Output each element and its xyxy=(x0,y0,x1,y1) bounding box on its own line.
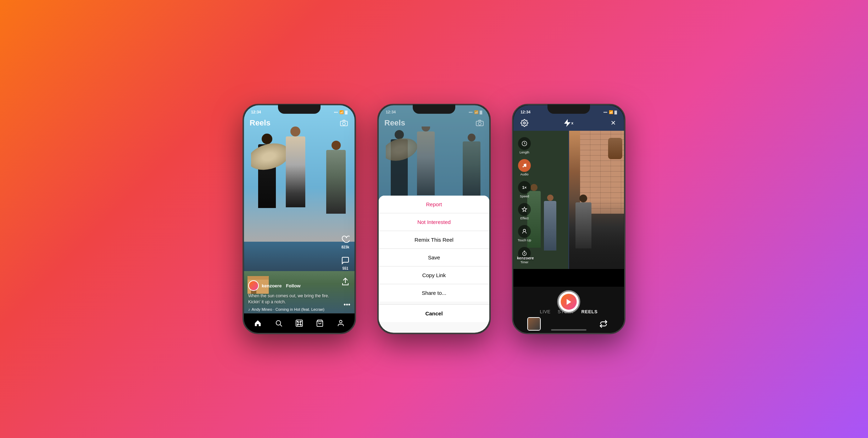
svg-point-19 xyxy=(525,166,527,167)
share-action[interactable] xyxy=(340,277,350,287)
camera-bottom: LIVE STORY REELS xyxy=(513,287,624,333)
status-icons-3: ▪▪▪ 📶 ▓ xyxy=(603,110,617,114)
sheet-not-interested[interactable]: Not Interested xyxy=(379,213,489,231)
shutter-inner xyxy=(561,294,577,310)
sheet-remix[interactable]: Remix This Reel xyxy=(379,231,489,249)
svg-point-8 xyxy=(300,321,301,322)
building-roof xyxy=(247,276,269,280)
tab-reels[interactable]: REELS xyxy=(582,309,598,314)
reels-header-2: Reels xyxy=(379,115,489,131)
figures-area xyxy=(251,123,347,236)
lf-2 xyxy=(544,195,557,269)
gallery-img xyxy=(528,318,540,330)
reels-title-2: Reels xyxy=(384,118,405,128)
camera-button-2[interactable] xyxy=(476,120,484,126)
sheet-save[interactable]: Save xyxy=(379,249,489,266)
phone-2-power-btn xyxy=(490,147,491,168)
lf-body2 xyxy=(544,201,556,251)
bottom-nav-1 xyxy=(244,313,355,333)
speed-icon: 1× xyxy=(518,181,531,194)
shutter-button[interactable] xyxy=(557,290,580,313)
ref-arms xyxy=(608,138,622,159)
phone-1-screen: 12:34 ▪▪▪ 📶 ▓ Reels xyxy=(244,105,355,333)
ref-head xyxy=(579,195,587,202)
camera-icon-2 xyxy=(476,120,484,126)
phone-2-screen: 12:34 ▪▪▪ 📶 ▓ Reels xyxy=(379,105,489,333)
length-control[interactable]: Length xyxy=(518,137,531,154)
audio-control[interactable]: Audio xyxy=(518,159,531,176)
comment-action[interactable]: 551 xyxy=(340,256,350,270)
effect-icon xyxy=(518,203,531,216)
phone-3-vol-up xyxy=(512,154,513,168)
home-indicator-3 xyxy=(551,329,586,331)
shop-icon xyxy=(316,319,324,327)
speed-control[interactable]: 1× Speed xyxy=(518,181,531,198)
like-action[interactable]: 823k xyxy=(340,234,350,249)
three-dots-button[interactable]: ••• xyxy=(344,301,350,309)
touchup-control[interactable]: Touch Up xyxy=(518,225,531,242)
comment-svg xyxy=(341,256,350,265)
wifi-icon-3: 📶 xyxy=(609,110,613,114)
svg-line-4 xyxy=(280,325,282,326)
phone-1-notch xyxy=(278,105,321,114)
effect-control[interactable]: Effect xyxy=(518,203,531,220)
sheet-share-to[interactable]: Share to... xyxy=(379,284,489,302)
close-button[interactable]: ✕ xyxy=(608,118,618,128)
flip-camera-icon xyxy=(599,319,608,329)
phone-1-reels-feed: 12:34 ▪▪▪ 📶 ▓ Reels xyxy=(243,104,356,334)
gallery-thumbnail[interactable] xyxy=(527,317,541,331)
phone-1-vol-down xyxy=(243,174,243,188)
sheet-copy-link[interactable]: Copy Link xyxy=(379,266,489,284)
nav-reels[interactable] xyxy=(292,316,306,330)
nav-home[interactable] xyxy=(251,316,265,330)
report-label: Report xyxy=(426,201,442,207)
reels-icon xyxy=(295,319,303,327)
share-svg xyxy=(341,277,349,286)
touchup-label: Touch Up xyxy=(518,238,531,242)
phone-3-notch xyxy=(547,105,590,114)
ref-body xyxy=(575,202,591,248)
battery-icon-2: ▓ xyxy=(480,110,482,114)
flip-camera-button[interactable] xyxy=(597,317,610,331)
close-icon: ✕ xyxy=(611,119,616,127)
search-icon xyxy=(275,319,283,327)
flash-button[interactable]: x xyxy=(564,119,573,127)
time-1: 12:34 xyxy=(251,110,261,114)
wifi-icon-2: 📶 xyxy=(474,110,478,114)
tab-live[interactable]: LIVE xyxy=(540,309,551,314)
status-icons-2: ▪▪▪ 📶 ▓ xyxy=(469,110,482,114)
phone-3-vol-down xyxy=(512,174,513,188)
camera-icon-1 xyxy=(340,120,348,126)
nav-shop[interactable] xyxy=(313,316,327,330)
person-3 xyxy=(324,141,347,236)
person-1 xyxy=(255,134,279,236)
camera-button-1[interactable] xyxy=(339,118,349,128)
settings-icon xyxy=(521,119,528,127)
svg-point-12 xyxy=(339,320,342,323)
phone-3-screen: 12:34 ▪▪▪ 📶 ▓ x ✕ xyxy=(513,105,624,333)
battery-icon: ▓ xyxy=(345,110,347,114)
audio-svg xyxy=(522,163,527,168)
nav-profile[interactable] xyxy=(334,316,348,330)
reel-audio-1: ♪ Andy Mineo · Coming in Hot (feat. Lecr… xyxy=(248,307,337,311)
sheet-report[interactable]: Report xyxy=(379,196,489,213)
svg-point-10 xyxy=(300,324,301,325)
remix-label: Remix This Reel xyxy=(414,237,454,243)
not-interested-label: Not Interested xyxy=(417,219,451,225)
sheet-cancel[interactable]: Cancel xyxy=(379,304,489,322)
reel-info-1: kenzoere Follow When the sun comes out, … xyxy=(248,280,337,311)
length-label: Length xyxy=(519,151,529,154)
profile-icon xyxy=(337,319,345,327)
svg-point-7 xyxy=(297,321,298,322)
follow-button-1[interactable]: Follow xyxy=(286,283,300,288)
audio-ctrl-icon xyxy=(518,159,531,172)
comment-count: 551 xyxy=(343,266,349,270)
svg-marker-20 xyxy=(522,207,527,212)
nav-search[interactable] xyxy=(272,316,286,330)
svg-point-18 xyxy=(523,166,524,168)
phone-2-vol-up xyxy=(377,154,378,168)
settings-button[interactable] xyxy=(519,118,530,128)
reels-title-1: Reels xyxy=(250,118,271,128)
timer-svg xyxy=(522,141,527,146)
signal-icon-2: ▪▪▪ xyxy=(469,110,473,114)
